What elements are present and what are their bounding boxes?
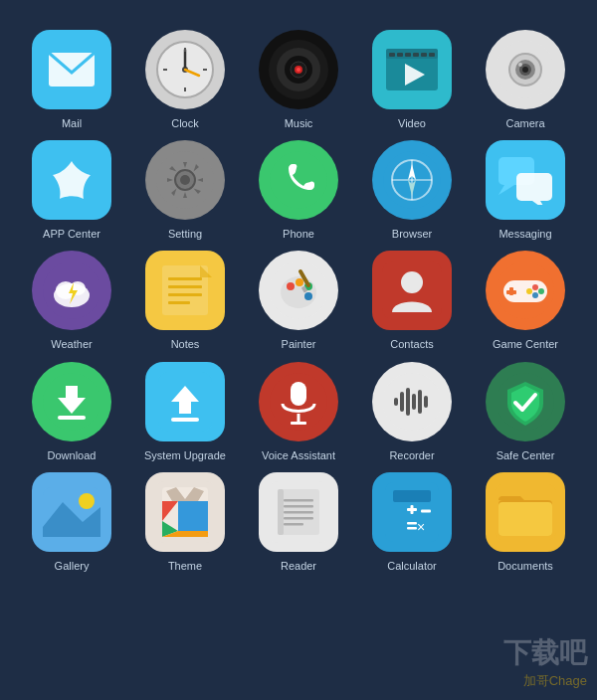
app-clock-label: Clock <box>171 117 199 130</box>
svg-rect-88 <box>418 390 422 414</box>
app-app-center[interactable]: APP Center <box>20 140 123 241</box>
app-documents[interactable]: Documents <box>474 472 577 573</box>
app-theme[interactable]: Theme <box>133 472 237 573</box>
svg-rect-53 <box>168 301 190 304</box>
app-download-label: Download <box>48 449 97 462</box>
svg-rect-82 <box>291 422 306 425</box>
app-gallery[interactable]: Gallery <box>20 472 123 573</box>
app-notes[interactable]: Notes <box>133 251 237 351</box>
svg-rect-110 <box>393 490 431 502</box>
svg-point-70 <box>538 288 544 294</box>
svg-point-57 <box>287 282 295 290</box>
app-gallery-label: Gallery <box>55 560 90 573</box>
svg-rect-17 <box>389 53 395 57</box>
svg-rect-87 <box>412 394 416 410</box>
app-reader-label: Reader <box>281 560 316 573</box>
svg-point-93 <box>79 493 95 509</box>
app-weather[interactable]: Weather <box>20 251 123 351</box>
svg-rect-86 <box>406 388 410 416</box>
app-camera[interactable]: Camera <box>474 30 577 130</box>
app-safe-center[interactable]: Safe Center <box>474 362 577 462</box>
svg-rect-105 <box>284 511 313 514</box>
svg-point-29 <box>518 63 522 67</box>
svg-text:×: × <box>417 519 425 535</box>
app-video[interactable]: Video <box>360 30 464 130</box>
svg-rect-108 <box>278 489 284 535</box>
svg-rect-114 <box>407 522 417 525</box>
svg-rect-18 <box>397 53 403 57</box>
svg-point-33 <box>270 151 327 209</box>
svg-rect-50 <box>168 277 202 280</box>
app-camera-label: Camera <box>505 117 544 130</box>
app-safe-center-label: Safe Center <box>497 449 555 462</box>
svg-rect-22 <box>429 53 435 57</box>
svg-point-69 <box>532 284 538 290</box>
app-documents-label: Documents <box>498 560 553 573</box>
app-contacts-label: Contacts <box>390 338 433 351</box>
app-contacts[interactable]: Contacts <box>360 251 464 351</box>
app-theme-label: Theme <box>168 560 202 573</box>
svg-point-28 <box>522 67 528 73</box>
svg-marker-41 <box>498 185 514 195</box>
app-reader[interactable]: Reader <box>247 472 350 573</box>
svg-rect-84 <box>394 398 398 406</box>
svg-rect-112 <box>411 505 414 514</box>
app-music[interactable]: Music <box>247 30 350 130</box>
app-voice-assistant-label: Voice Assistant <box>262 449 335 462</box>
app-mail[interactable]: Mail <box>20 30 123 130</box>
app-painter[interactable]: Painter <box>247 251 350 351</box>
app-app-center-label: APP Center <box>43 228 100 241</box>
app-voice-assistant[interactable]: Voice Assistant <box>247 362 350 462</box>
app-notes-label: Notes <box>171 338 200 351</box>
svg-rect-119 <box>498 502 552 536</box>
watermark: 下载吧 加哥Chage <box>503 634 587 690</box>
app-mail-label: Mail <box>62 117 82 130</box>
svg-rect-42 <box>516 173 552 201</box>
svg-point-32 <box>180 175 190 185</box>
app-messaging-label: Messaging <box>498 228 551 241</box>
svg-rect-80 <box>291 382 306 406</box>
svg-rect-85 <box>400 392 404 412</box>
app-system-upgrade[interactable]: System Upgrade <box>133 362 237 462</box>
svg-rect-103 <box>284 499 313 502</box>
app-game-center[interactable]: Game Center <box>474 251 577 351</box>
svg-rect-68 <box>506 290 516 294</box>
app-recorder[interactable]: Recorder <box>360 362 464 462</box>
app-calculator[interactable]: × Calculator <box>360 472 464 573</box>
svg-point-58 <box>296 278 303 286</box>
svg-rect-78 <box>171 418 199 422</box>
app-system-upgrade-label: System Upgrade <box>144 449 226 462</box>
svg-point-72 <box>526 288 532 294</box>
svg-rect-106 <box>284 517 313 520</box>
app-phone[interactable]: Phone <box>247 140 350 241</box>
svg-rect-115 <box>407 527 417 530</box>
app-browser[interactable]: Browser <box>360 140 464 241</box>
svg-point-71 <box>532 292 538 298</box>
app-messaging[interactable]: Messaging <box>474 140 577 241</box>
svg-rect-19 <box>405 53 411 57</box>
svg-marker-43 <box>532 201 546 205</box>
app-calculator-label: Calculator <box>387 560 437 573</box>
svg-point-60 <box>304 292 312 300</box>
app-weather-label: Weather <box>51 338 92 351</box>
svg-rect-75 <box>58 416 86 420</box>
svg-rect-51 <box>168 285 202 288</box>
app-music-label: Music <box>285 117 313 130</box>
app-grid: Mail Clock <box>0 0 597 603</box>
app-recorder-label: Recorder <box>389 449 434 462</box>
app-game-center-label: Game Center <box>493 338 558 351</box>
app-download[interactable]: Download <box>20 362 123 462</box>
app-phone-label: Phone <box>283 228 314 241</box>
app-setting-label: Setting <box>168 228 202 241</box>
svg-rect-21 <box>421 53 427 57</box>
svg-rect-89 <box>424 396 428 408</box>
watermark-text: 下载吧 <box>503 634 587 672</box>
app-setting[interactable]: Setting <box>133 140 237 241</box>
svg-marker-98 <box>178 501 208 531</box>
svg-rect-113 <box>421 509 431 512</box>
svg-rect-52 <box>168 293 202 296</box>
watermark-sub: 加哥Chage <box>523 672 587 690</box>
app-painter-label: Painter <box>282 338 316 351</box>
app-browser-label: Browser <box>392 228 432 241</box>
app-clock[interactable]: Clock <box>133 30 237 130</box>
